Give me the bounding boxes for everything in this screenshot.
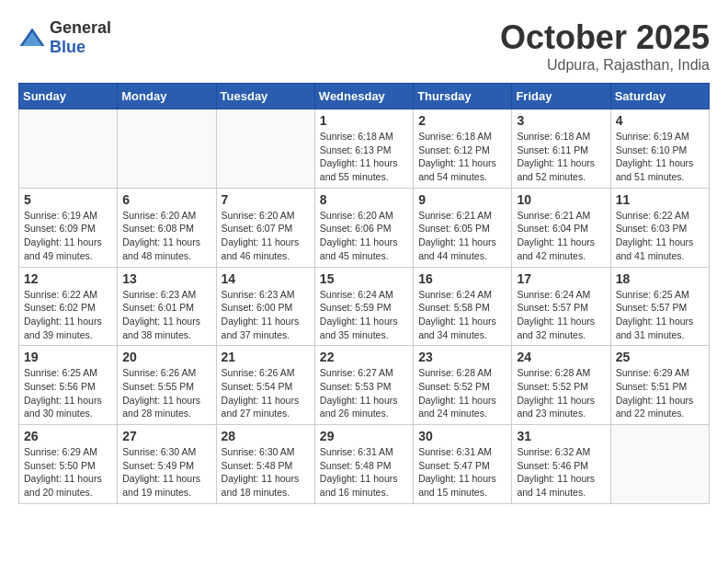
day-info: Sunrise: 6:30 AM Sunset: 5:48 PM Dayligh… [222,445,310,500]
calendar-cell: 24Sunrise: 6:28 AM Sunset: 5:52 PM Dayli… [512,346,610,425]
calendar-cell: 7Sunrise: 6:20 AM Sunset: 6:07 PM Daylig… [216,188,314,267]
day-number: 18 [616,271,704,286]
day-info: Sunrise: 6:24 AM Sunset: 5:57 PM Dayligh… [517,288,605,342]
day-number: 12 [24,271,112,286]
calendar-cell: 10Sunrise: 6:21 AM Sunset: 6:04 PM Dayli… [512,188,610,267]
page-header: General Blue October 2025 Udpura, Rajast… [18,18,710,74]
day-number: 14 [222,271,310,286]
day-info: Sunrise: 6:21 AM Sunset: 6:04 PM Dayligh… [517,209,605,263]
day-number: 20 [122,350,210,364]
day-info: Sunrise: 6:18 AM Sunset: 6:12 PM Dayligh… [418,130,506,184]
day-number: 3 [517,113,605,128]
calendar-cell [216,109,314,189]
day-info: Sunrise: 6:21 AM Sunset: 6:05 PM Dayligh… [418,209,506,263]
calendar-week-row: 26Sunrise: 6:29 AM Sunset: 5:50 PM Dayli… [19,425,710,504]
calendar-cell: 14Sunrise: 6:23 AM Sunset: 6:00 PM Dayli… [216,267,314,346]
day-info: Sunrise: 6:25 AM Sunset: 5:56 PM Dayligh… [24,366,112,420]
calendar-cell: 11Sunrise: 6:22 AM Sunset: 6:03 PM Dayli… [610,188,709,267]
logo-blue: Blue [50,38,85,56]
day-number: 31 [517,429,605,443]
day-info: Sunrise: 6:26 AM Sunset: 5:55 PM Dayligh… [122,366,210,420]
calendar-cell: 17Sunrise: 6:24 AM Sunset: 5:57 PM Dayli… [512,267,610,346]
day-number: 11 [616,192,704,207]
weekday-header-row: SundayMondayTuesdayWednesdayThursdayFrid… [19,84,710,109]
day-number: 21 [222,350,310,364]
weekday-header-tuesday: Tuesday [216,84,314,109]
calendar-cell: 23Sunrise: 6:28 AM Sunset: 5:52 PM Dayli… [414,346,512,425]
calendar-week-row: 12Sunrise: 6:22 AM Sunset: 6:02 PM Dayli… [19,267,710,346]
weekday-header-friday: Friday [512,84,610,109]
day-info: Sunrise: 6:27 AM Sunset: 5:53 PM Dayligh… [320,366,408,420]
calendar-cell: 29Sunrise: 6:31 AM Sunset: 5:48 PM Dayli… [314,425,413,504]
day-info: Sunrise: 6:23 AM Sunset: 6:00 PM Dayligh… [222,288,310,342]
calendar-cell: 1Sunrise: 6:18 AM Sunset: 6:13 PM Daylig… [314,109,413,189]
day-number: 1 [320,113,408,128]
day-number: 29 [320,429,408,443]
calendar-cell: 18Sunrise: 6:25 AM Sunset: 5:57 PM Dayli… [610,267,709,346]
day-number: 2 [418,113,506,128]
calendar-cell: 30Sunrise: 6:31 AM Sunset: 5:47 PM Dayli… [414,425,512,504]
logo-general: General [50,18,111,37]
logo-icon [18,27,46,49]
day-info: Sunrise: 6:28 AM Sunset: 5:52 PM Dayligh… [418,366,506,420]
calendar-cell: 16Sunrise: 6:24 AM Sunset: 5:58 PM Dayli… [414,267,512,346]
day-number: 26 [24,429,112,443]
calendar-cell [610,425,709,504]
day-info: Sunrise: 6:31 AM Sunset: 5:47 PM Dayligh… [418,445,506,500]
day-info: Sunrise: 6:22 AM Sunset: 6:03 PM Dayligh… [616,209,704,263]
month-title: October 2025 [500,18,710,57]
day-info: Sunrise: 6:26 AM Sunset: 5:54 PM Dayligh… [222,366,310,420]
calendar-cell: 26Sunrise: 6:29 AM Sunset: 5:50 PM Dayli… [19,425,118,504]
day-number: 17 [517,271,605,286]
day-info: Sunrise: 6:24 AM Sunset: 5:59 PM Dayligh… [320,288,408,342]
day-info: Sunrise: 6:30 AM Sunset: 5:49 PM Dayligh… [122,445,210,500]
calendar-cell: 28Sunrise: 6:30 AM Sunset: 5:48 PM Dayli… [216,425,314,504]
day-number: 6 [122,192,210,207]
calendar-cell: 6Sunrise: 6:20 AM Sunset: 6:08 PM Daylig… [118,188,216,267]
day-number: 23 [418,350,506,364]
calendar-cell: 2Sunrise: 6:18 AM Sunset: 6:12 PM Daylig… [414,109,512,189]
day-number: 15 [320,271,408,286]
day-info: Sunrise: 6:18 AM Sunset: 6:13 PM Dayligh… [320,130,408,184]
day-info: Sunrise: 6:19 AM Sunset: 6:10 PM Dayligh… [616,130,704,184]
title-block: October 2025 Udpura, Rajasthan, India [500,18,710,74]
weekday-header-saturday: Saturday [610,84,709,109]
calendar-cell: 22Sunrise: 6:27 AM Sunset: 5:53 PM Dayli… [314,346,413,425]
weekday-header-sunday: Sunday [19,84,118,109]
calendar-cell: 3Sunrise: 6:18 AM Sunset: 6:11 PM Daylig… [512,109,610,189]
calendar-cell: 5Sunrise: 6:19 AM Sunset: 6:09 PM Daylig… [19,188,118,267]
day-number: 13 [122,271,210,286]
logo: General Blue [18,18,111,57]
calendar-cell: 13Sunrise: 6:23 AM Sunset: 6:01 PM Dayli… [118,267,216,346]
calendar-cell: 9Sunrise: 6:21 AM Sunset: 6:05 PM Daylig… [414,188,512,267]
day-number: 7 [222,192,310,207]
calendar-week-row: 19Sunrise: 6:25 AM Sunset: 5:56 PM Dayli… [19,346,710,425]
calendar-cell: 27Sunrise: 6:30 AM Sunset: 5:49 PM Dayli… [118,425,216,504]
day-info: Sunrise: 6:29 AM Sunset: 5:51 PM Dayligh… [616,366,704,420]
calendar-cell: 25Sunrise: 6:29 AM Sunset: 5:51 PM Dayli… [610,346,709,425]
calendar-cell: 21Sunrise: 6:26 AM Sunset: 5:54 PM Dayli… [216,346,314,425]
day-number: 22 [320,350,408,364]
day-number: 19 [24,350,112,364]
calendar-cell: 8Sunrise: 6:20 AM Sunset: 6:06 PM Daylig… [314,188,413,267]
day-info: Sunrise: 6:20 AM Sunset: 6:07 PM Dayligh… [222,209,310,263]
day-info: Sunrise: 6:32 AM Sunset: 5:46 PM Dayligh… [517,445,605,500]
location: Udpura, Rajasthan, India [500,57,710,74]
day-info: Sunrise: 6:24 AM Sunset: 5:58 PM Dayligh… [418,288,506,342]
day-number: 28 [222,429,310,443]
day-info: Sunrise: 6:20 AM Sunset: 6:06 PM Dayligh… [320,209,408,263]
day-info: Sunrise: 6:31 AM Sunset: 5:48 PM Dayligh… [320,445,408,500]
day-number: 30 [418,429,506,443]
day-number: 27 [122,429,210,443]
calendar-cell [19,109,118,189]
calendar-cell: 12Sunrise: 6:22 AM Sunset: 6:02 PM Dayli… [19,267,118,346]
calendar-cell: 4Sunrise: 6:19 AM Sunset: 6:10 PM Daylig… [610,109,709,189]
day-info: Sunrise: 6:20 AM Sunset: 6:08 PM Dayligh… [122,209,210,263]
logo-text: General Blue [50,18,111,57]
calendar-week-row: 1Sunrise: 6:18 AM Sunset: 6:13 PM Daylig… [19,109,710,189]
day-info: Sunrise: 6:23 AM Sunset: 6:01 PM Dayligh… [122,288,210,342]
day-info: Sunrise: 6:18 AM Sunset: 6:11 PM Dayligh… [517,130,605,184]
day-info: Sunrise: 6:28 AM Sunset: 5:52 PM Dayligh… [517,366,605,420]
day-info: Sunrise: 6:25 AM Sunset: 5:57 PM Dayligh… [616,288,704,342]
calendar-cell [118,109,216,189]
